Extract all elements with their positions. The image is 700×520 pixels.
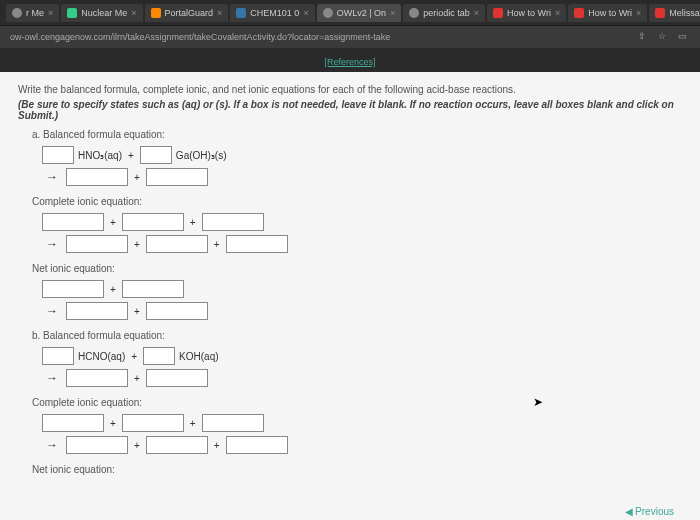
plus-sign: +: [212, 239, 222, 250]
instructions-line1: Write the balanced formula, complete ion…: [18, 84, 682, 95]
product-input[interactable]: [226, 235, 288, 253]
arrow-row: → +: [42, 369, 682, 387]
part-a-balanced-row: HNO₃(aq) + Ga(OH)₃(s): [42, 146, 682, 164]
species-input[interactable]: [42, 414, 104, 432]
references-link[interactable]: [References]: [324, 57, 375, 67]
species-input[interactable]: [202, 213, 264, 231]
product-input[interactable]: [146, 302, 208, 320]
previous-button[interactable]: ◀ Previous: [625, 506, 674, 517]
tab-6[interactable]: How to Wri×: [487, 4, 566, 22]
previous-label: Previous: [635, 506, 674, 517]
arrow-icon: →: [42, 438, 62, 452]
product-input[interactable]: [146, 235, 208, 253]
tab-1[interactable]: Nuclear Me×: [61, 4, 142, 22]
net-ionic-row: +: [42, 280, 682, 298]
arrow-row: → +: [42, 168, 682, 186]
favicon: [574, 8, 584, 18]
species-input[interactable]: [122, 213, 184, 231]
reactant-1: HNO₃(aq): [78, 150, 122, 161]
star-icon[interactable]: ☆: [658, 31, 670, 43]
favicon: [236, 8, 246, 18]
product-input[interactable]: [66, 436, 128, 454]
tab-3[interactable]: CHEM101 0×: [230, 4, 314, 22]
tab-4-active[interactable]: OWLv2 | On×: [317, 4, 402, 22]
arrow-icon: →: [42, 304, 62, 318]
favicon: [655, 8, 665, 18]
close-icon[interactable]: ×: [555, 8, 560, 18]
arrow-row: → + +: [42, 235, 682, 253]
plus-sign: +: [188, 217, 198, 228]
favicon: [409, 8, 419, 18]
tab-2[interactable]: PortalGuard×: [145, 4, 229, 22]
coeff-input[interactable]: [140, 146, 172, 164]
share-icon[interactable]: ⇧: [638, 31, 650, 43]
tab-5[interactable]: periodic tab×: [403, 4, 485, 22]
close-icon[interactable]: ×: [303, 8, 308, 18]
arrow-row: → + +: [42, 436, 682, 454]
reactant-2: Ga(OH)₃(s): [176, 150, 227, 161]
arrow-icon: →: [42, 371, 62, 385]
part-b-balanced-row: HCNO(aq) + KOH(aq): [42, 347, 682, 365]
part-a-net-label: Net ionic equation:: [32, 263, 682, 274]
page-content: Write the balanced formula, complete ion…: [0, 72, 700, 520]
plus-sign: +: [108, 217, 118, 228]
favicon: [151, 8, 161, 18]
arrow-icon: →: [42, 170, 62, 184]
plus-sign: +: [108, 418, 118, 429]
coeff-input[interactable]: [42, 347, 74, 365]
species-input[interactable]: [122, 414, 184, 432]
product-input[interactable]: [66, 369, 128, 387]
content-wrapper: [References] Write the balanced formula,…: [0, 48, 700, 520]
part-b-balanced-label: b. Balanced formula equation:: [32, 330, 682, 341]
favicon: [12, 8, 22, 18]
references-bar: [References]: [0, 48, 700, 72]
close-icon[interactable]: ×: [48, 8, 53, 18]
reader-icon[interactable]: ▭: [678, 31, 690, 43]
complete-ionic-row: + +: [42, 213, 682, 231]
arrow-icon: →: [42, 237, 62, 251]
plus-sign: +: [132, 440, 142, 451]
arrow-row: → +: [42, 302, 682, 320]
reactant-1: HCNO(aq): [78, 351, 125, 362]
species-input[interactable]: [42, 280, 104, 298]
close-icon[interactable]: ×: [636, 8, 641, 18]
plus-sign: +: [108, 284, 118, 295]
plus-sign: +: [212, 440, 222, 451]
plus-sign: +: [132, 373, 142, 384]
complete-ionic-row: + +: [42, 414, 682, 432]
part-a-complete-label: Complete ionic equation:: [32, 196, 682, 207]
tab-7[interactable]: How to Wri×: [568, 4, 647, 22]
product-input[interactable]: [66, 235, 128, 253]
tab-0[interactable]: r Me×: [6, 4, 59, 22]
chevron-left-icon: ◀: [625, 506, 633, 517]
part-b-net-label: Net ionic equation:: [32, 464, 682, 475]
plus-sign: +: [132, 306, 142, 317]
product-input[interactable]: [66, 302, 128, 320]
favicon: [67, 8, 77, 18]
favicon: [323, 8, 333, 18]
coeff-input[interactable]: [143, 347, 175, 365]
close-icon[interactable]: ×: [131, 8, 136, 18]
instructions-line2: (Be sure to specify states such as (aq) …: [18, 99, 682, 121]
species-input[interactable]: [122, 280, 184, 298]
browser-tabs: r Me× Nuclear Me× PortalGuard× CHEM101 0…: [0, 0, 700, 26]
product-input[interactable]: [146, 168, 208, 186]
product-input[interactable]: [146, 369, 208, 387]
tab-8[interactable]: Melissa Ma×: [649, 4, 700, 22]
close-icon[interactable]: ×: [217, 8, 222, 18]
favicon: [493, 8, 503, 18]
reactant-2: KOH(aq): [179, 351, 218, 362]
product-input[interactable]: [146, 436, 208, 454]
close-icon[interactable]: ×: [474, 8, 479, 18]
plus-sign: +: [132, 239, 142, 250]
species-input[interactable]: [202, 414, 264, 432]
product-input[interactable]: [226, 436, 288, 454]
plus-sign: +: [132, 172, 142, 183]
url-bar: ow-owl.cengagenow.com/ilrn/takeAssignmen…: [0, 26, 700, 48]
plus-sign: +: [126, 150, 136, 161]
part-b-complete-label: Complete ionic equation:: [32, 397, 682, 408]
coeff-input[interactable]: [42, 146, 74, 164]
close-icon[interactable]: ×: [390, 8, 395, 18]
species-input[interactable]: [42, 213, 104, 231]
product-input[interactable]: [66, 168, 128, 186]
